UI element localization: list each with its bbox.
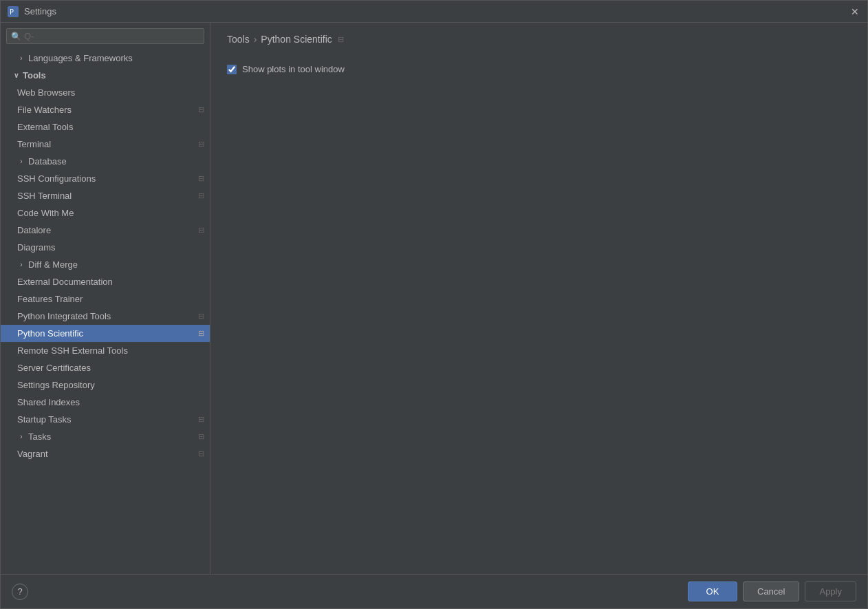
breadcrumb: Tools › Python Scientific ⊟ <box>227 34 851 45</box>
python-scientific-settings: Show plots in tool window <box>227 58 851 80</box>
settings-icon: ⊟ <box>198 226 204 235</box>
sidebar-item-startup-tasks[interactable]: Startup Tasks ⊟ <box>1 411 210 428</box>
search-icon: 🔍 <box>11 32 21 41</box>
title-bar: P Settings ✕ <box>1 1 867 23</box>
search-input[interactable] <box>24 31 199 41</box>
settings-icon: ⊟ <box>198 329 204 338</box>
settings-dialog: P Settings ✕ 🔍 › Languages & Frameworks … <box>0 0 868 609</box>
breadcrumb-separator: › <box>254 34 257 45</box>
dialog-body: 🔍 › Languages & Frameworks ∨ Tools Web B… <box>1 23 867 574</box>
main-content: Tools › Python Scientific ⊟ Show plots i… <box>210 23 867 574</box>
sidebar-item-external-tools[interactable]: External Tools <box>1 118 210 136</box>
footer: ? OK Cancel Apply <box>1 574 867 608</box>
sidebar-item-diff-merge[interactable]: › Diff & Merge <box>1 256 210 273</box>
settings-icon: ⊟ <box>198 312 204 321</box>
sidebar-item-remote-ssh-external-tools[interactable]: Remote SSH External Tools <box>1 342 210 359</box>
search-box[interactable]: 🔍 <box>6 28 204 44</box>
settings-icon: ⊟ <box>198 432 204 441</box>
breadcrumb-settings-icon: ⊟ <box>338 35 344 44</box>
sidebar-item-tasks[interactable]: › Tasks ⊟ <box>1 428 210 445</box>
dialog-title: Settings <box>24 6 849 17</box>
chevron-down-icon: ∨ <box>12 72 20 80</box>
settings-icon: ⊟ <box>198 449 204 458</box>
settings-icon: ⊟ <box>198 415 204 424</box>
sidebar-item-languages-frameworks[interactable]: › Languages & Frameworks <box>1 50 210 67</box>
help-button[interactable]: ? <box>12 584 28 600</box>
settings-icon: ⊟ <box>198 140 204 149</box>
breadcrumb-current: Python Scientific <box>261 34 332 45</box>
sidebar-item-vagrant[interactable]: Vagrant ⊟ <box>1 445 210 462</box>
chevron-right-icon: › <box>17 433 25 441</box>
sidebar: 🔍 › Languages & Frameworks ∨ Tools Web B… <box>1 23 210 574</box>
sidebar-item-database[interactable]: › Database <box>1 153 210 170</box>
sidebar-item-ssh-configurations[interactable]: SSH Configurations ⊟ <box>1 170 210 187</box>
show-plots-row: Show plots in tool window <box>227 61 851 77</box>
chevron-right-icon: › <box>17 261 25 269</box>
apply-button[interactable]: Apply <box>805 581 856 601</box>
sidebar-item-web-browsers[interactable]: Web Browsers <box>1 84 210 101</box>
sidebar-item-server-certificates[interactable]: Server Certificates <box>1 359 210 376</box>
sidebar-item-shared-indexes[interactable]: Shared Indexes <box>1 394 210 411</box>
chevron-right-icon: › <box>17 158 25 166</box>
sidebar-item-code-with-me[interactable]: Code With Me <box>1 204 210 222</box>
sidebar-item-external-documentation[interactable]: External Documentation <box>1 273 210 290</box>
sidebar-item-settings-repository[interactable]: Settings Repository <box>1 376 210 394</box>
settings-icon: ⊟ <box>198 174 204 183</box>
show-plots-checkbox[interactable] <box>227 65 237 74</box>
settings-icon: ⊟ <box>198 105 204 114</box>
cancel-button[interactable]: Cancel <box>743 581 799 601</box>
settings-icon: ⊟ <box>198 191 204 200</box>
chevron-right-icon: › <box>17 54 25 63</box>
nav-list: › Languages & Frameworks ∨ Tools Web Bro… <box>1 50 210 574</box>
sidebar-item-ssh-terminal[interactable]: SSH Terminal ⊟ <box>1 187 210 204</box>
show-plots-label[interactable]: Show plots in tool window <box>242 64 345 74</box>
breadcrumb-parent[interactable]: Tools <box>227 34 250 45</box>
svg-text:P: P <box>10 8 14 16</box>
ok-button[interactable]: OK <box>688 581 737 601</box>
sidebar-item-terminal[interactable]: Terminal ⊟ <box>1 136 210 153</box>
sidebar-item-python-integrated-tools[interactable]: Python Integrated Tools ⊟ <box>1 308 210 325</box>
sidebar-item-tools[interactable]: ∨ Tools <box>1 67 210 84</box>
sidebar-item-datalore[interactable]: Datalore ⊟ <box>1 222 210 239</box>
close-button[interactable]: ✕ <box>849 6 860 17</box>
sidebar-item-file-watchers[interactable]: File Watchers ⊟ <box>1 101 210 118</box>
sidebar-item-features-trainer[interactable]: Features Trainer <box>1 290 210 308</box>
sidebar-item-diagrams[interactable]: Diagrams <box>1 239 210 256</box>
app-icon: P <box>8 6 19 17</box>
sidebar-item-python-scientific[interactable]: Python Scientific ⊟ <box>1 325 210 342</box>
